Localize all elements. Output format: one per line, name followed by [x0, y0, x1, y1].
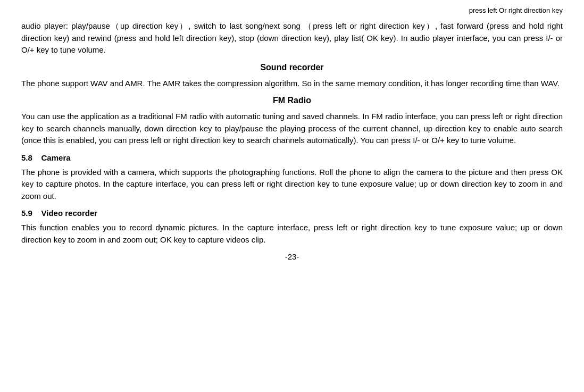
video-recorder-paragraph: This function enables you to record dyna…: [21, 222, 563, 246]
sound-recorder-heading: Sound recorder: [21, 63, 563, 72]
camera-heading-text: Camera: [41, 153, 71, 162]
video-recorder-heading-text: Video recorder: [41, 208, 98, 218]
page-number: -23-: [21, 252, 563, 261]
fm-radio-paragraph: You can use the application as a traditi…: [21, 111, 563, 147]
content-area: audio player: play/pause（up direction ke…: [21, 20, 563, 261]
video-recorder-number: 5.9: [21, 208, 32, 218]
camera-number: 5.8: [21, 153, 32, 162]
page-container: press left Or right direction key audio …: [0, 0, 584, 392]
fm-radio-heading: FM Radio: [21, 96, 563, 105]
top-bar-text: press left Or right direction key: [469, 6, 563, 14]
intro-paragraph: audio player: play/pause（up direction ke…: [21, 20, 563, 56]
camera-paragraph: The phone is provided with a camera, whi…: [21, 166, 563, 203]
sound-recorder-paragraph: The phone support WAV and AMR. The AMR t…: [21, 78, 563, 90]
video-recorder-section-heading: 5.9 Video recorder: [21, 208, 563, 218]
top-bar: press left Or right direction key: [21, 2, 563, 18]
camera-section-heading: 5.8 Camera: [21, 153, 563, 162]
